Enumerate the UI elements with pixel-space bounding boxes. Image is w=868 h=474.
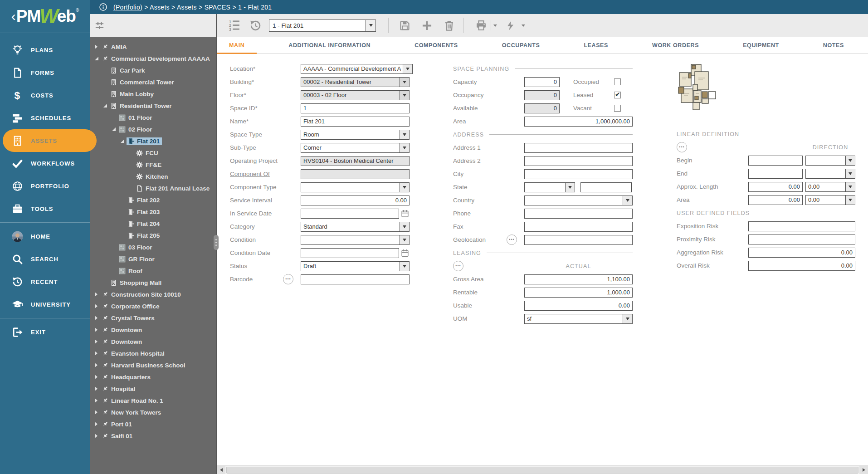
sidebar-item-workflows[interactable]: WORKFLOWS [0, 152, 90, 175]
sub-type-select[interactable]: Corner [301, 143, 410, 153]
area-field[interactable]: 0.00 [748, 195, 803, 205]
dropdown-arrow-icon[interactable] [400, 78, 409, 87]
aggregation-risk-field[interactable]: 0.00 [748, 248, 855, 258]
tree-item-new-york-towers[interactable]: New York Towers [90, 406, 216, 418]
dropdown-arrow-icon[interactable] [400, 130, 409, 139]
phone-field[interactable] [524, 209, 633, 219]
history-undo-icon[interactable] [249, 20, 262, 32]
splitter-handle[interactable] [214, 235, 219, 250]
country-select[interactable] [524, 195, 633, 205]
tree-item-commercial-development-aaaaa[interactable]: Commercial Development AAAAA [90, 53, 216, 64]
dropdown-arrow-icon[interactable] [845, 182, 855, 191]
tree-item-roof[interactable]: Roof [90, 265, 216, 277]
record-selector[interactable]: 1 - Flat 201 [269, 20, 376, 32]
sidebar-item-exit[interactable]: EXIT [0, 321, 90, 343]
building-select[interactable]: 00002 - Residential Tower [301, 77, 410, 87]
tree-item-construction-site-10010[interactable]: Construction Site 10010 [90, 288, 216, 300]
print-icon[interactable] [475, 19, 488, 32]
condition-select[interactable] [301, 235, 410, 245]
proximity-risk-field[interactable] [748, 235, 855, 244]
tree-collapse-arrow-icon[interactable] [121, 139, 127, 143]
tree-item-flat-205[interactable]: Flat 205 [90, 230, 216, 241]
barcode-ellipsis-button[interactable] [283, 274, 293, 284]
city-field[interactable] [524, 169, 633, 179]
area-direction-select[interactable]: 0.00 [805, 195, 855, 205]
tree-item-crystal-towers[interactable]: Crystal Towers [90, 312, 216, 324]
sidebar-item-tools[interactable]: TOOLS [0, 197, 90, 220]
dropdown-arrow-icon[interactable] [400, 222, 409, 231]
scroll-left-button[interactable] [217, 466, 225, 474]
list-view-icon[interactable] [229, 20, 240, 31]
direction-ellipsis-button[interactable] [677, 142, 687, 152]
tree-item-saifi-01[interactable]: Saifi 01 [90, 430, 216, 442]
tree-item-residential-tower[interactable]: Residential Tower [90, 100, 216, 112]
dropdown-arrow-icon[interactable] [623, 314, 632, 323]
tree-item-car-park[interactable]: Car Park [90, 64, 216, 76]
dropdown-arrow-icon[interactable] [845, 195, 855, 205]
dropdown-arrow-icon[interactable] [565, 183, 575, 192]
dropdown-arrow-icon[interactable] [400, 91, 409, 100]
delete-record-icon[interactable] [443, 20, 455, 32]
pmweb-logo[interactable]: ‹PMWeb® [0, 0, 90, 33]
tree-item-corporate-office[interactable]: Corporate Office [90, 300, 216, 312]
occupied-checkbox[interactable] [614, 78, 621, 85]
component-of-link[interactable]: Component Of [230, 171, 270, 177]
calendar-icon[interactable] [400, 209, 410, 218]
floor-select[interactable]: 00003 - 02 Floor [301, 90, 410, 100]
begin-direction-select[interactable] [805, 156, 855, 166]
occupancy-field[interactable]: 0 [524, 90, 560, 100]
tab-main[interactable]: MAIN [217, 37, 257, 54]
tree-item-flat-204[interactable]: Flat 204 [90, 218, 216, 230]
dropdown-arrow-icon[interactable] [400, 235, 409, 244]
gross-area-field[interactable]: 1,100.00 [524, 274, 633, 284]
dropdown-arrow-icon[interactable] [623, 196, 632, 205]
dropdown-arrow-icon[interactable] [845, 156, 855, 165]
save-icon[interactable] [399, 20, 411, 32]
floor-plan-thumbnail[interactable] [677, 64, 722, 112]
tree-item-ff-e[interactable]: FF&E [90, 159, 216, 171]
capacity-field[interactable]: 0 [524, 77, 560, 87]
tree-item-downtown[interactable]: Downtown [90, 336, 216, 347]
tree-item-01-floor[interactable]: 01 Floor [90, 112, 216, 123]
sidebar-item-home[interactable]: HOME [0, 225, 90, 248]
dropdown-arrow-icon[interactable] [845, 169, 855, 178]
dropdown-arrow-icon[interactable] [400, 143, 409, 152]
tab-occupants[interactable]: OCCUPANTS [490, 37, 552, 54]
geolocation-field[interactable] [524, 235, 633, 245]
dropdown-arrow-icon[interactable] [400, 183, 409, 192]
sidebar-item-recent[interactable]: RECENT [0, 270, 90, 293]
geolocation-ellipsis-button[interactable] [507, 235, 517, 245]
actions-dropdown-icon[interactable] [522, 24, 525, 27]
address-2-field[interactable] [524, 156, 633, 166]
location-select[interactable]: AAAAA - Commercial Development A [301, 64, 413, 74]
vacant-checkbox[interactable] [614, 105, 621, 112]
approx-length-direction-select[interactable]: 0.00 [805, 182, 855, 192]
tree-collapse-arrow-icon[interactable] [103, 104, 109, 108]
tree-item-flat-201-annual-lease[interactable]: Flat 201 Annual Lease [90, 182, 216, 194]
tree-item-evanston-hospital[interactable]: Evanston Hospital [90, 347, 216, 359]
tab-additional-information[interactable]: ADDITIONAL INFORMATION [276, 37, 383, 54]
dropdown-arrow-icon[interactable] [403, 64, 412, 73]
approx-length-field[interactable]: 0.00 [748, 182, 803, 192]
end-direction-select[interactable] [805, 169, 855, 179]
tree-item-flat-203[interactable]: Flat 203 [90, 206, 216, 218]
sidebar-item-schedules[interactable]: SCHEDULES [0, 107, 90, 129]
tree-item-port-01[interactable]: Port 01 [90, 418, 216, 430]
tree-item-fcu[interactable]: FCU [90, 147, 216, 159]
tree-item-shopping-mall[interactable]: Shopping Mall [90, 277, 216, 288]
actual-ellipsis-button[interactable] [453, 261, 463, 271]
tab-work-orders[interactable]: WORK ORDERS [640, 37, 711, 54]
sidebar-item-university[interactable]: UNIVERSITY [0, 293, 90, 316]
condition-date-field[interactable] [301, 248, 399, 258]
service-interval-field[interactable]: 0.00 [301, 195, 410, 205]
name-field[interactable]: Flat 201 [301, 117, 410, 127]
horizontal-scrollbar[interactable] [217, 465, 868, 474]
usable-field[interactable]: 0.00 [524, 301, 633, 311]
tree-collapse-arrow-icon[interactable] [95, 57, 101, 60]
end-field[interactable] [748, 169, 803, 179]
filter-sliders-icon[interactable] [94, 20, 105, 31]
fax-field[interactable] [524, 222, 633, 232]
area-field[interactable]: 1,000,000.00 [524, 117, 633, 127]
tree-item-gr-floor[interactable]: GR Floor [90, 253, 216, 265]
scroll-right-button[interactable] [859, 466, 868, 474]
